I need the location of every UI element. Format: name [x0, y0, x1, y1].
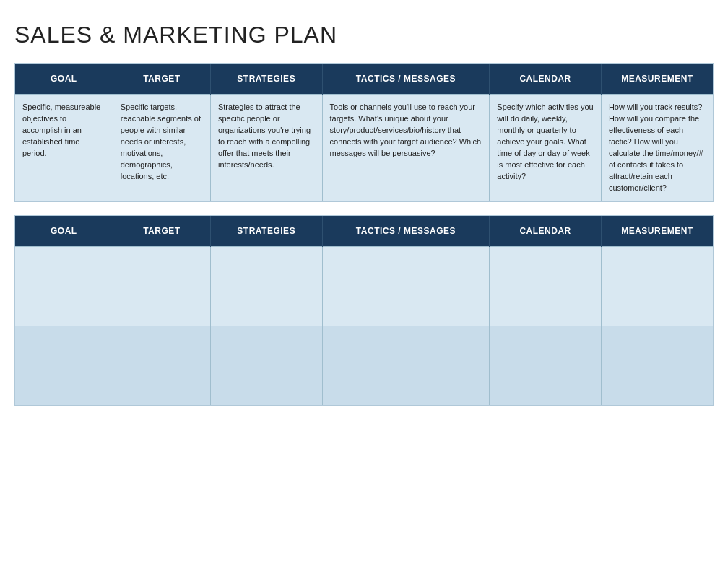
header-calendar-2: CALENDAR	[490, 216, 602, 247]
empty-measurement-2[interactable]	[601, 326, 713, 405]
header-goal-1: GOAL	[15, 64, 113, 95]
header-calendar-1: CALENDAR	[490, 64, 602, 95]
empty-row-2	[15, 326, 713, 405]
empty-strategies-1[interactable]	[210, 246, 322, 326]
empty-goal-2[interactable]	[15, 326, 113, 405]
empty-tactics-2[interactable]	[322, 326, 490, 405]
header-target-2: TARGET	[113, 216, 210, 247]
desc-measurement: How will you track results? How will you…	[601, 95, 713, 201]
header-target-1: TARGET	[113, 64, 210, 95]
desc-strategies: Strategies to attract the specific peopl…	[210, 95, 322, 201]
empty-tactics-1[interactable]	[322, 246, 490, 326]
empty-row-1	[15, 246, 713, 326]
plan-table-2: GOAL TARGET STRATEGIES TACTICS / MESSAGE…	[15, 216, 713, 406]
plan-table-1: GOAL TARGET STRATEGIES TACTICS / MESSAGE…	[15, 64, 713, 201]
header-measurement-2: MEASUREMENT	[601, 216, 713, 247]
plan-section-1: GOAL TARGET STRATEGIES TACTICS / MESSAGE…	[14, 63, 714, 202]
header-measurement-1: MEASUREMENT	[601, 64, 713, 95]
empty-target-1[interactable]	[113, 246, 210, 326]
desc-target: Specific targets, reachable segments of …	[113, 95, 210, 201]
header-tactics-1: TACTICS / MESSAGES	[322, 64, 490, 95]
empty-goal-1[interactable]	[15, 246, 113, 326]
header-strategies-1: STRATEGIES	[210, 64, 322, 95]
header-strategies-2: STRATEGIES	[210, 216, 322, 247]
plan-section-2: GOAL TARGET STRATEGIES TACTICS / MESSAGE…	[14, 215, 714, 406]
description-row: Specific, measureable objectives to acco…	[15, 95, 713, 201]
desc-tactics: Tools or channels you'll use to reach yo…	[322, 95, 490, 201]
empty-strategies-2[interactable]	[210, 326, 322, 405]
header-tactics-2: TACTICS / MESSAGES	[322, 216, 490, 247]
empty-calendar-1[interactable]	[490, 246, 602, 326]
page-title: SALES & MARKETING PLAN	[14, 22, 714, 48]
empty-calendar-2[interactable]	[490, 326, 602, 405]
desc-goal: Specific, measureable objectives to acco…	[15, 95, 113, 201]
empty-target-2[interactable]	[113, 326, 210, 405]
desc-calendar: Specify which activities you will do dai…	[490, 95, 602, 201]
header-goal-2: GOAL	[15, 216, 113, 247]
empty-measurement-1[interactable]	[601, 246, 713, 326]
